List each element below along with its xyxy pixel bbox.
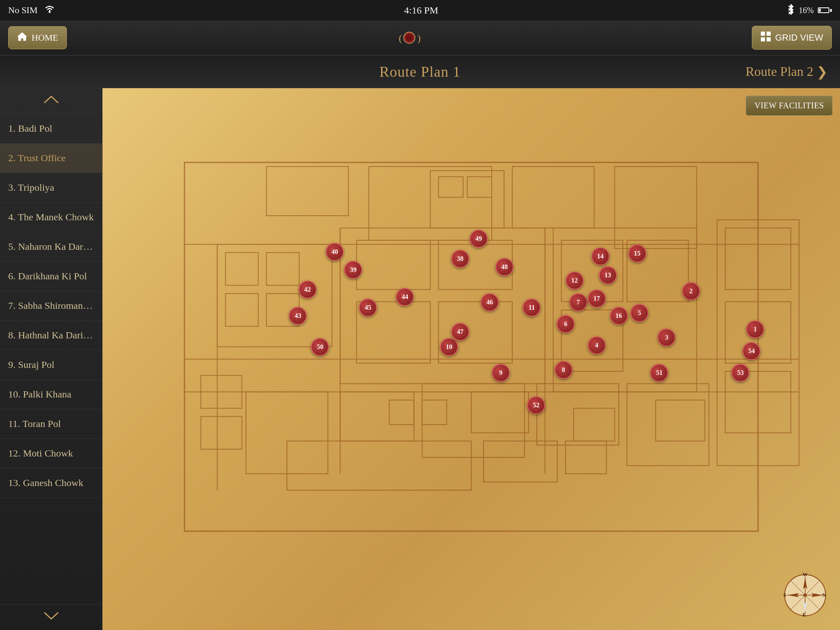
sidebar-item-10[interactable]: 10. Palki Khana	[0, 380, 102, 409]
main-content: 1. Badi Pol2. Trust Office3. Tripoliya4.…	[0, 88, 840, 630]
sidebar-items-list: 1. Badi Pol2. Trust Office3. Tripoliya4.…	[0, 114, 102, 604]
map-pin-11[interactable]: 11	[523, 299, 541, 317]
bluetooth-icon	[787, 4, 794, 17]
map-pin-49[interactable]: 49	[470, 230, 488, 248]
wifi-icon	[44, 5, 55, 16]
map-pin-54[interactable]: 54	[742, 342, 760, 360]
svg-rect-49	[438, 177, 463, 197]
sidebar: 1. Badi Pol2. Trust Office3. Tripoliya4.…	[0, 88, 103, 630]
svg-text:W: W	[803, 573, 808, 578]
grid-view-label: GRID VIEW	[775, 32, 823, 43]
map-pin-17[interactable]: 17	[588, 290, 606, 308]
next-route-label: Route Plan 2	[746, 64, 813, 79]
map-pin-38[interactable]: 38	[451, 250, 469, 268]
sidebar-item-11[interactable]: 11. Toran Pol	[0, 409, 102, 439]
sidebar-item-7[interactable]: 7. Sabha Shiromani Ka Darik...	[0, 291, 102, 321]
map-pin-13[interactable]: 13	[599, 266, 617, 284]
svg-rect-31	[422, 383, 525, 457]
svg-rect-7	[767, 32, 771, 36]
map-pin-52[interactable]: 52	[527, 396, 545, 414]
map-pin-9[interactable]: 9	[492, 364, 510, 382]
sidebar-item-5[interactable]: 5. Naharon Ka Darikhana	[0, 232, 102, 262]
map-pin-40[interactable]: 40	[326, 243, 344, 261]
sidebar-item-12[interactable]: 12. Moti Chowk	[0, 439, 102, 468]
chevron-right-icon: ❯	[817, 64, 828, 80]
sidebar-item-2[interactable]: 2. Trust Office	[0, 144, 102, 173]
svg-rect-43	[389, 400, 414, 425]
svg-rect-16	[226, 253, 258, 285]
svg-rect-32	[537, 383, 619, 445]
sidebar-item-8[interactable]: 8. Hathnal Ka Darikhana	[0, 321, 102, 350]
svg-text:): )	[417, 33, 420, 43]
map-pin-2[interactable]: 2	[682, 282, 700, 300]
map-pin-6[interactable]: 6	[557, 315, 575, 333]
current-route-title: Route Plan 1	[379, 63, 461, 80]
map-pin-14[interactable]: 14	[591, 247, 609, 265]
grid-icon	[760, 31, 771, 44]
svg-rect-44	[422, 400, 447, 425]
battery-percentage: 16%	[799, 6, 814, 15]
svg-rect-45	[471, 392, 529, 433]
status-bar: No SIM 4:16 PM 16%	[0, 0, 840, 21]
map-pin-47[interactable]: 47	[451, 323, 469, 341]
map-pin-7[interactable]: 7	[569, 293, 587, 311]
map-pin-5[interactable]: 5	[630, 304, 648, 322]
svg-rect-21	[356, 240, 430, 290]
svg-point-70	[803, 593, 807, 597]
map-pin-10[interactable]: 10	[440, 338, 458, 356]
svg-rect-42	[201, 416, 242, 449]
svg-text:(: (	[399, 33, 402, 43]
svg-rect-13	[512, 167, 594, 228]
map-pin-53[interactable]: 53	[731, 364, 749, 382]
svg-marker-1	[18, 32, 27, 41]
svg-rect-55	[484, 441, 557, 482]
home-icon	[17, 32, 27, 44]
sidebar-item-13[interactable]: 13. Ganesh Chowk	[0, 468, 102, 498]
map-pin-12[interactable]: 12	[566, 272, 584, 290]
map-pin-16[interactable]: 16	[610, 307, 628, 325]
sidebar-item-3[interactable]: 3. Tripoliya	[0, 173, 102, 203]
map-pin-46[interactable]: 46	[481, 293, 499, 311]
map-pin-45[interactable]: 45	[359, 299, 377, 317]
svg-rect-17	[267, 253, 299, 285]
map-pin-42[interactable]: 42	[299, 281, 317, 299]
svg-text:N: N	[822, 592, 826, 598]
map-pin-4[interactable]: 4	[588, 336, 606, 354]
map-pin-50[interactable]: 50	[311, 338, 329, 356]
svg-rect-6	[761, 32, 765, 36]
sidebar-item-6[interactable]: 6. Darikhana Ki Pol	[0, 262, 102, 291]
svg-text:S: S	[783, 592, 786, 598]
sidebar-item-9[interactable]: 9. Suraj Pol	[0, 350, 102, 380]
home-button[interactable]: HOME	[8, 26, 67, 49]
home-label: HOME	[32, 32, 58, 43]
map-pin-3[interactable]: 3	[657, 329, 676, 347]
sidebar-item-1[interactable]: 1. Badi Pol	[0, 114, 102, 144]
route-header: Route Plan 1 Route Plan 2 ❯	[0, 55, 840, 88]
svg-text:E: E	[803, 612, 806, 618]
map-pin-15[interactable]: 15	[628, 244, 646, 262]
map-pin-44[interactable]: 44	[396, 288, 414, 306]
svg-rect-54	[287, 441, 472, 490]
sidebar-item-4[interactable]: 4. The Manek Chowk	[0, 203, 102, 232]
sidebar-scroll-down[interactable]	[0, 604, 102, 630]
svg-rect-46	[574, 408, 615, 441]
sidebar-scroll-up[interactable]	[0, 88, 102, 114]
grid-view-button[interactable]: GRID VIEW	[752, 26, 832, 50]
map-pin-43[interactable]: 43	[289, 307, 307, 325]
map-pin-51[interactable]: 51	[650, 364, 668, 382]
next-route-button[interactable]: Route Plan 2 ❯	[746, 64, 828, 80]
map-pin-1[interactable]: 1	[746, 320, 764, 338]
compass: W E S N	[783, 573, 828, 618]
svg-rect-50	[467, 177, 492, 197]
svg-point-0	[48, 11, 50, 13]
map-pin-39[interactable]: 39	[344, 261, 362, 279]
floor-plan	[103, 88, 840, 630]
svg-rect-9	[767, 37, 771, 41]
svg-point-4	[406, 34, 413, 41]
map-pin-48[interactable]: 48	[495, 258, 514, 276]
carrier-label: No SIM	[8, 5, 38, 16]
map-pin-8[interactable]: 8	[555, 361, 573, 379]
svg-rect-18	[226, 294, 258, 326]
app-logo: ( )	[397, 27, 422, 48]
view-facilities-button[interactable]: VIEW FACILITIES	[746, 96, 833, 116]
